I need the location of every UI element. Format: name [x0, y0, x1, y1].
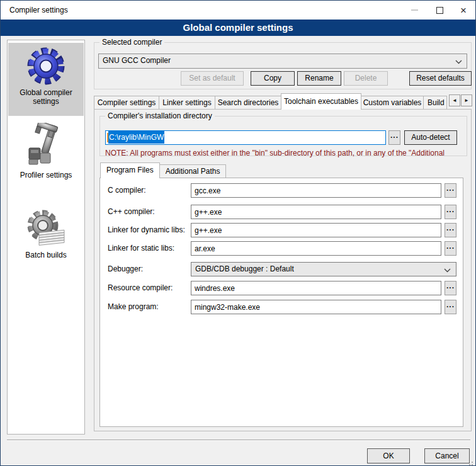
- ok-button[interactable]: OK: [367, 448, 410, 463]
- tab-search-directories[interactable]: Search directories: [215, 96, 281, 109]
- note-text: NOTE: All programs must exist either in …: [105, 149, 469, 157]
- minimize-button[interactable]: [404, 1, 425, 20]
- page-title: Global compiler settings: [1, 20, 475, 36]
- make-program-browse-button[interactable]: ...: [445, 300, 456, 314]
- caliper-icon: [24, 123, 68, 169]
- blue-gear-icon: [26, 45, 65, 87]
- static-linker-input[interactable]: [191, 241, 441, 256]
- compiler-settings-dialog: { "window": { "title": "Compiler setting…: [0, 0, 476, 466]
- installation-directory-input[interactable]: C:\raylib\MinGW: [105, 130, 386, 145]
- tab-scroll-right-button[interactable]: ►: [461, 94, 472, 106]
- installation-directory-group: Compiler's installation directory C:\ray…: [99, 116, 467, 156]
- make-program-input[interactable]: [191, 300, 441, 314]
- chevron-down-icon: [455, 60, 462, 64]
- maximize-button[interactable]: [429, 1, 450, 20]
- maximize-icon: [436, 7, 443, 14]
- dynamic-linker-label: Linker for dynamic libs:: [108, 223, 185, 237]
- tab-build-options[interactable]: Build options: [423, 96, 447, 109]
- resize-grip[interactable]: [472, 462, 473, 463]
- c-compiler-browse-button[interactable]: ...: [445, 183, 456, 198]
- toolchain-executables-page: Compiler's installation directory C:\ray…: [94, 109, 472, 431]
- resource-compiler-input[interactable]: [191, 281, 441, 295]
- footer-divider: [7, 440, 470, 441]
- sidebar-item-label: Global compiler settings: [8, 88, 84, 106]
- close-icon: ×: [460, 5, 467, 16]
- cancel-button[interactable]: Cancel: [424, 448, 470, 463]
- debugger-label: Debugger:: [108, 262, 143, 276]
- group-label: Selected compiler: [99, 38, 164, 47]
- set-as-default-button[interactable]: Set as default: [181, 71, 244, 86]
- c-compiler-label: C compiler:: [108, 183, 146, 198]
- debugger-select[interactable]: GDB/CDB debugger : Default: [191, 262, 456, 276]
- rename-button[interactable]: Rename: [297, 71, 341, 86]
- tab-scroll-left-button[interactable]: ◄: [449, 94, 460, 106]
- sidebar-item-global-compiler-settings[interactable]: Global compiler settings: [8, 43, 84, 116]
- dynamic-linker-browse-button[interactable]: ...: [445, 223, 456, 237]
- settings-category-list: Global compiler settings Profiler settin…: [7, 40, 85, 435]
- dynamic-linker-input[interactable]: [191, 223, 441, 237]
- program-files-page: C compiler: ... C++ compiler: ... Linker…: [99, 178, 463, 427]
- tab-additional-paths[interactable]: Additional Paths: [159, 164, 227, 178]
- auto-detect-button[interactable]: Auto-detect: [404, 130, 457, 145]
- sidebar-item-profiler-settings[interactable]: Profiler settings: [8, 120, 84, 191]
- tab-toolchain-executables[interactable]: Toolchain executables: [281, 93, 361, 110]
- title-bar: Compiler settings ×: [1, 1, 475, 20]
- resource-compiler-label: Resource compiler:: [108, 281, 173, 295]
- make-program-label: Make program:: [108, 300, 159, 314]
- gear-stack-icon: [24, 208, 68, 249]
- browse-directory-button[interactable]: ...: [388, 130, 400, 145]
- close-button[interactable]: ×: [453, 1, 474, 20]
- delete-button[interactable]: Delete: [344, 71, 388, 86]
- cpp-compiler-browse-button[interactable]: ...: [445, 205, 456, 219]
- tab-linker-settings[interactable]: Linker settings: [159, 96, 215, 109]
- compiler-select-value: GNU GCC Compiler: [103, 56, 171, 65]
- reset-defaults-button[interactable]: Reset defaults: [409, 71, 472, 86]
- sidebar-item-label: Profiler settings: [8, 171, 84, 179]
- tab-compiler-settings[interactable]: Compiler settings: [94, 96, 159, 109]
- debugger-select-value: GDB/CDB debugger : Default: [195, 264, 294, 273]
- sidebar-item-batch-builds[interactable]: Batch builds: [8, 203, 84, 297]
- static-linker-label: Linker for static libs:: [108, 241, 174, 256]
- cpp-compiler-input[interactable]: [191, 205, 441, 219]
- settings-tab-strip: Compiler settings Linker settings Search…: [94, 93, 448, 110]
- resource-compiler-browse-button[interactable]: ...: [445, 281, 456, 295]
- copy-button[interactable]: Copy: [251, 71, 295, 86]
- sidebar-item-label: Batch builds: [8, 251, 84, 259]
- selected-compiler-group: Selected compiler GNU GCC Compiler Set a…: [94, 42, 472, 89]
- selected-text: C:\raylib\MinGW: [108, 131, 164, 144]
- chevron-down-icon: [444, 268, 451, 273]
- c-compiler-input[interactable]: [191, 183, 441, 198]
- static-linker-browse-button[interactable]: ...: [445, 241, 456, 256]
- executables-tab-strip: Program Files Additional Paths: [100, 162, 352, 178]
- compiler-select[interactable]: GNU GCC Compiler: [98, 54, 467, 69]
- group-label: Compiler's installation directory: [105, 111, 215, 120]
- tab-program-files[interactable]: Program Files: [100, 162, 160, 178]
- window-title: Compiler settings: [9, 1, 68, 20]
- cpp-compiler-label: C++ compiler:: [108, 205, 155, 219]
- minimize-icon: [411, 9, 418, 11]
- tab-custom-variables[interactable]: Custom variables: [361, 96, 424, 109]
